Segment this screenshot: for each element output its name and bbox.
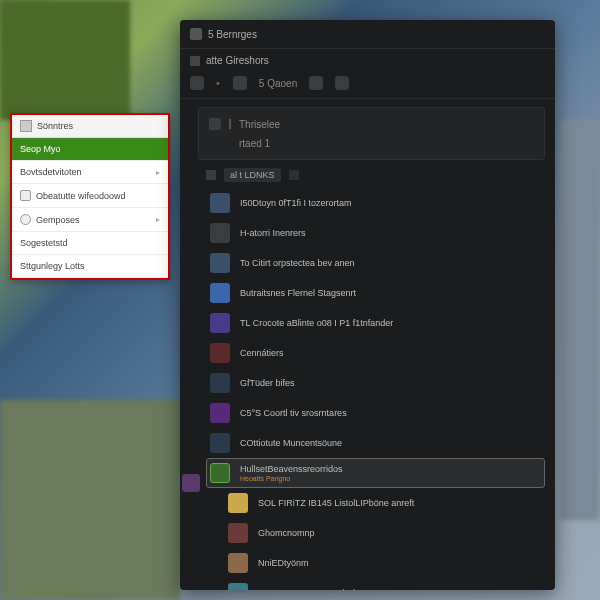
main-panel: 5 Bernrges atte Gireshors • 5 Qaoen Thri… (180, 20, 555, 590)
list-item-label: Ghomcnomnp (258, 528, 315, 538)
thumb-icon (210, 193, 230, 213)
panel-subtitle-row: atte Gireshors (180, 49, 555, 72)
list-item-label: NniEDtyönm (258, 558, 309, 568)
list-item-label: C5°S Coortl tiv srosrntares (240, 408, 347, 418)
thumb-icon (210, 343, 230, 363)
chevron-right-icon: ▸ (156, 168, 160, 177)
subpanel-icon (209, 118, 221, 130)
popup-item-5[interactable]: Sttgunlegy Lotts (12, 255, 168, 278)
list-item-label: TL Crocote aBlinte o08 I P1 f1tnfander (240, 318, 393, 328)
panel-titlebar: 5 Bernrges (180, 20, 555, 49)
list-item[interactable]: Cennátiers (206, 338, 545, 368)
subpanel-row-2[interactable]: rtaed 1 (199, 134, 544, 153)
list-item[interactable]: COttiotute Muncentsöune (206, 428, 545, 458)
subpanel: Thriselee rtaed 1 (198, 107, 545, 160)
popup-item-label: Bovtsdetvitoten (20, 167, 82, 177)
box-icon (20, 190, 31, 201)
side-handle-icon[interactable] (182, 474, 200, 492)
list-item-selected[interactable]: HullsetBeavenssreorridos Heoatts Pangno (206, 458, 545, 488)
panel-title: 5 Bernrges (208, 29, 257, 40)
subpanel-row-1[interactable]: Thriselee (199, 114, 544, 134)
popup-item-label: Sogestetstd (20, 238, 68, 248)
subpanel-label: Thriselee (239, 119, 280, 130)
popup-title: Sönntres (37, 121, 73, 131)
toolbar-label: 5 Qaoen (259, 78, 297, 89)
filter-row: al t LDNKS (180, 160, 555, 186)
list-item[interactable]: To Citirt orpstectea bev anen (206, 248, 545, 278)
divider-icon (229, 119, 231, 129)
list-item-label: COttiotute Muncentsöune (240, 438, 342, 448)
thumb-icon (228, 553, 248, 573)
app-icon (190, 28, 202, 40)
list-item-label: I50Dtoyn 0fT1fi I tozerortam (240, 198, 352, 208)
list-item-label: Cennátiers (240, 348, 284, 358)
filter-icon[interactable] (206, 170, 216, 180)
list-item[interactable]: NniEDtyönm (224, 548, 545, 578)
popup-item-4[interactable]: Sogestetstd (12, 232, 168, 255)
panel-subtitle: atte Gireshors (206, 55, 269, 66)
popup-header: Sönntres (12, 115, 168, 138)
thumb-icon (210, 433, 230, 453)
toolbar-icon-4[interactable] (335, 76, 349, 90)
thumb-icon (228, 493, 248, 513)
list-item-label: GfTüder bifes (240, 378, 295, 388)
list-item[interactable]: Ghomcnomnp (224, 518, 545, 548)
popup-item-label: Seop Myo (20, 144, 61, 154)
toolbar-icon-3[interactable] (309, 76, 323, 90)
circle-icon (20, 214, 31, 225)
popup-item-3[interactable]: Gemposes ▸ (12, 208, 168, 232)
thumb-icon (210, 403, 230, 423)
list-item-label: H-atorri Inenrers (240, 228, 306, 238)
popup-item-label: Gemposes (36, 215, 80, 225)
context-popup: Sönntres Seop Myo Bovtsdetvitoten ▸ Obea… (10, 113, 170, 280)
thumb-icon (210, 223, 230, 243)
popup-header-icon (20, 120, 32, 132)
thumb-icon (228, 583, 248, 590)
toolbar-separator: • (216, 77, 221, 89)
filter-label[interactable]: al t LDNKS (224, 168, 281, 182)
popup-item-2[interactable]: Obeatutte wifeodoowd (12, 184, 168, 208)
thumb-icon (210, 313, 230, 333)
list-item-label: Butraitsnes Flernel Stagsenrt (240, 288, 356, 298)
list-item-label: To Citirt orpstectea bev anen (240, 258, 355, 268)
list-item-label: Gtrtetoner Nvareaced Phmtton (258, 588, 381, 590)
list-item[interactable]: C5°S Coortl tiv srosrntares (206, 398, 545, 428)
list-item[interactable]: GfTüder bifes (206, 368, 545, 398)
popup-item-label: Sttgunlegy Lotts (20, 261, 85, 271)
list-item[interactable]: I50Dtoyn 0fT1fi I tozerortam (206, 188, 545, 218)
toolbar-icon-1[interactable] (190, 76, 204, 90)
thumb-icon (210, 253, 230, 273)
thumb-icon (210, 463, 230, 483)
subpanel-label: rtaed 1 (239, 138, 270, 149)
list-item-subtitle: Heoatts Pangno (240, 475, 343, 482)
thumb-icon (228, 523, 248, 543)
list-item-label: HullsetBeavenssreorridos Heoatts Pangno (240, 464, 343, 482)
thumb-icon (210, 373, 230, 393)
section-icon (190, 56, 200, 66)
popup-item-1[interactable]: Bovtsdetvitoten ▸ (12, 161, 168, 184)
list-item[interactable]: Butraitsnes Flernel Stagsenrt (206, 278, 545, 308)
thumb-icon (210, 283, 230, 303)
popup-item-0[interactable]: Seop Myo (12, 138, 168, 161)
toolbar-icon-2[interactable] (233, 76, 247, 90)
asset-list: I50Dtoyn 0fT1fi I tozerortam H-atorri In… (180, 186, 555, 590)
popup-item-label: Obeatutte wifeodoowd (36, 191, 126, 201)
filter-end-icon[interactable] (289, 170, 299, 180)
list-item[interactable]: H-atorri Inenrers (206, 218, 545, 248)
list-item[interactable]: Gtrtetoner Nvareaced Phmtton (224, 578, 545, 590)
chevron-right-icon: ▸ (156, 215, 160, 224)
toolbar: • 5 Qaoen (180, 72, 555, 99)
list-item[interactable]: SOL FIRiTZ IB145 ListolLIPböne anreft (224, 488, 545, 518)
list-item-label: SOL FIRiTZ IB145 ListolLIPböne anreft (258, 498, 414, 508)
list-item[interactable]: TL Crocote aBlinte o08 I P1 f1tnfander (206, 308, 545, 338)
